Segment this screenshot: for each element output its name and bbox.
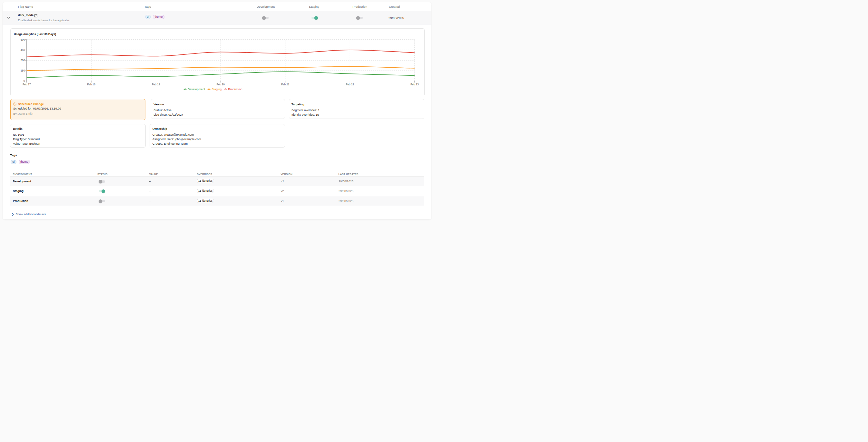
- svg-text:Feb 23: Feb 23: [410, 83, 419, 86]
- svg-text:300: 300: [21, 59, 25, 62]
- svg-text:Development: Development: [188, 88, 206, 91]
- svg-text:Staging: Staging: [212, 88, 221, 91]
- svg-text:Feb 19: Feb 19: [152, 83, 160, 86]
- svg-text:Feb 22: Feb 22: [346, 83, 354, 86]
- svg-text:150: 150: [21, 69, 25, 72]
- svg-text:Feb 17: Feb 17: [23, 83, 31, 86]
- svg-text:600: 600: [21, 38, 25, 41]
- svg-text:Feb 18: Feb 18: [87, 83, 95, 86]
- svg-text:0: 0: [24, 79, 25, 82]
- svg-text:Feb 21: Feb 21: [281, 83, 289, 86]
- svg-text:450: 450: [21, 49, 25, 52]
- svg-text:Production: Production: [228, 88, 243, 91]
